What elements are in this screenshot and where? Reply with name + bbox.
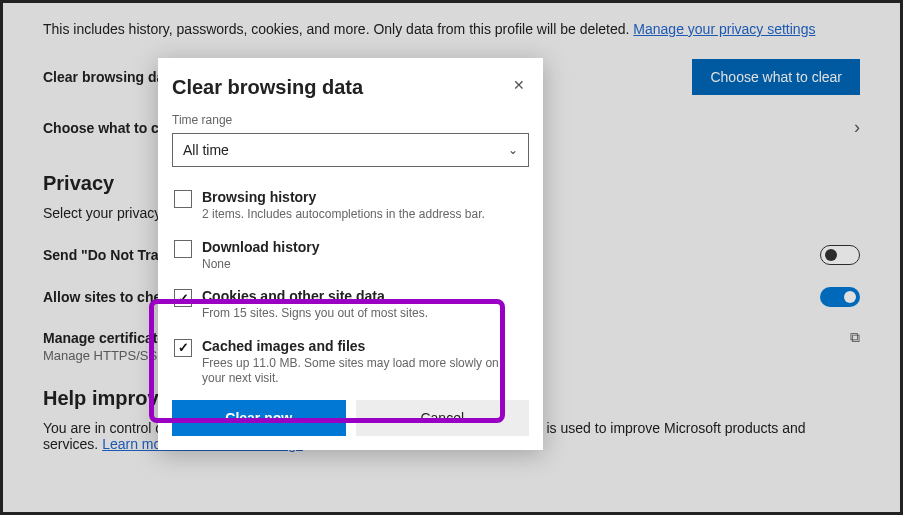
options-list[interactable]: Browsing history 2 items. Includes autoc…	[172, 181, 529, 386]
checkbox-download-history[interactable]	[174, 240, 192, 258]
cancel-button[interactable]: Cancel	[356, 400, 530, 436]
checkbox-browsing-history[interactable]	[174, 190, 192, 208]
option-desc: From 15 sites. Signs you out of most sit…	[202, 306, 428, 322]
option-title: Cookies and other site data	[202, 288, 428, 304]
chevron-down-icon: ⌄	[508, 143, 518, 157]
option-cached: Cached images and files Frees up 11.0 MB…	[172, 330, 525, 386]
checkbox-cookies[interactable]	[174, 289, 192, 307]
time-range-select[interactable]: All time ⌄	[172, 133, 529, 167]
close-icon[interactable]: ✕	[509, 76, 529, 96]
dialog-title: Clear browsing data	[172, 76, 363, 99]
clear-browsing-data-dialog: Clear browsing data ✕ Time range All tim…	[158, 58, 543, 450]
checkbox-cached[interactable]	[174, 339, 192, 357]
intro-text: This includes history, passwords, cookie…	[43, 21, 860, 37]
allow-payment-toggle[interactable]	[820, 287, 860, 307]
option-cookies: Cookies and other site data From 15 site…	[172, 280, 525, 330]
clear-now-button[interactable]: Clear now	[172, 400, 346, 436]
option-title: Cached images and files	[202, 338, 523, 354]
time-range-value: All time	[183, 142, 229, 158]
privacy-link[interactable]: Manage your privacy settings	[633, 21, 815, 37]
dnt-toggle[interactable]	[820, 245, 860, 265]
manage-certs-label: Manage certificates	[43, 330, 173, 346]
option-download-history: Download history None	[172, 231, 525, 281]
chevron-right-icon[interactable]: ›	[854, 117, 860, 138]
time-range-label: Time range	[172, 113, 529, 127]
option-desc: 2 items. Includes autocompletions in the…	[202, 207, 485, 223]
option-desc: Frees up 11.0 MB. Some sites may load mo…	[202, 356, 523, 386]
option-title: Browsing history	[202, 189, 485, 205]
choose-what-to-clear-button[interactable]: Choose what to clear	[692, 59, 860, 95]
option-browsing-history: Browsing history 2 items. Includes autoc…	[172, 181, 525, 231]
option-title: Download history	[202, 239, 319, 255]
option-desc: None	[202, 257, 319, 273]
external-link-icon[interactable]: ⧉	[850, 329, 860, 346]
